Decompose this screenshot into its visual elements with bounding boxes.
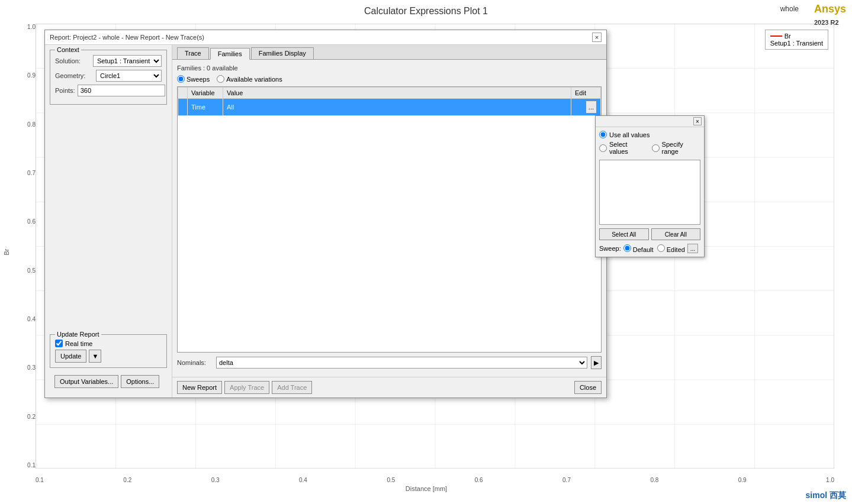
left-spacer xyxy=(50,109,167,334)
row-check-cell xyxy=(178,99,188,116)
popup-default-item[interactable]: Default xyxy=(623,244,654,253)
families-table: Variable Value Edit Time All xyxy=(178,87,601,116)
dialog-close-button[interactable]: × xyxy=(592,33,602,42)
popup-specify-range-radio[interactable] xyxy=(652,144,660,152)
update-button[interactable]: Update xyxy=(55,350,86,363)
families-table-body: Time All ... xyxy=(178,99,601,116)
popup-edited-radio[interactable] xyxy=(657,244,665,252)
table-header-row: Variable Value Edit xyxy=(178,88,601,99)
popup-default-radio[interactable] xyxy=(623,244,631,252)
families-table-container: Variable Value Edit Time All xyxy=(177,86,602,353)
popup-specify-range-item[interactable]: Specify range xyxy=(652,141,700,155)
col-header-variable: Variable xyxy=(188,88,223,99)
popup-btn-row: Select All Clear All xyxy=(599,228,700,240)
dialog-title: Report: Project2 - whole - New Report - … xyxy=(50,34,204,41)
new-report-button[interactable]: New Report xyxy=(177,381,222,394)
update-report-group: Update Report Real time Update ▼ xyxy=(50,334,167,368)
available-variations-radio-item[interactable]: Available variations xyxy=(217,75,282,83)
popup-sweep-label: Sweep: xyxy=(599,245,621,252)
popup-use-all-row: Use all values xyxy=(599,131,700,138)
popup-select-values-radio[interactable] xyxy=(599,144,607,152)
geometry-row: Geometry: Circle1 xyxy=(55,70,162,82)
popup-select-values-item[interactable]: Select values xyxy=(599,141,647,155)
popup-select-values-label: Select values xyxy=(609,141,647,155)
action-buttons-row: New Report Apply Trace Add Trace Close xyxy=(172,377,606,398)
output-variables-button[interactable]: Output Variables... xyxy=(54,375,118,388)
chart-legend: Br Setup1 : Transient xyxy=(765,30,828,50)
sweeps-radio[interactable] xyxy=(177,75,185,83)
y-axis-label: Br xyxy=(3,249,10,256)
col-header-edit: Edit xyxy=(571,88,601,99)
row-edit-cell: ... xyxy=(571,99,601,116)
solution-label: Solution: xyxy=(55,57,91,64)
nominals-row: Nominals: delta ▶ xyxy=(177,356,602,369)
close-button[interactable]: Close xyxy=(574,381,602,394)
geometry-label: Geometry: xyxy=(55,72,94,79)
popup-sweep-options: Default Edited xyxy=(623,244,685,253)
add-trace-button[interactable]: Add Trace xyxy=(272,381,312,394)
points-label: Points: xyxy=(55,87,75,94)
popup-default-label: Default xyxy=(633,246,654,253)
realtime-label: Real time xyxy=(65,340,92,347)
legend-red-line xyxy=(770,35,782,37)
popup-edited-item[interactable]: Edited xyxy=(657,244,685,253)
sweep-radio-row: Sweeps Available variations xyxy=(177,75,602,83)
popup-dots-button[interactable]: ... xyxy=(687,244,698,253)
x-axis-ticks: 0.1 0.2 0.3 0.4 0.5 0.6 0.7 0.8 0.9 1.0 xyxy=(36,477,834,483)
popup-values-list[interactable] xyxy=(599,160,700,225)
popup-body: Use all values Select values Specify ran… xyxy=(596,127,704,257)
table-row[interactable]: Time All ... xyxy=(178,99,601,116)
right-panel: Trace Families Families Display Families… xyxy=(172,45,606,398)
context-group-label: Context xyxy=(55,46,81,53)
legend-entry: Br xyxy=(770,33,823,40)
row-edit-button[interactable]: ... xyxy=(586,101,597,114)
points-input[interactable] xyxy=(78,85,165,96)
popup-select-all-button[interactable]: Select All xyxy=(599,228,649,240)
col-header-check xyxy=(178,88,188,99)
row-value-cell: All xyxy=(223,99,571,116)
points-row: Points: xyxy=(55,85,162,96)
main-dialog: Report: Project2 - whole - New Report - … xyxy=(44,30,607,398)
geometry-select[interactable]: Circle1 xyxy=(96,70,162,82)
tab-families[interactable]: Families xyxy=(210,48,250,60)
available-variations-radio[interactable] xyxy=(217,75,224,83)
popup-close-button[interactable]: × xyxy=(693,117,702,125)
popup-use-all-label: Use all values xyxy=(609,131,650,138)
update-report-label: Update Report xyxy=(55,331,101,338)
popup-use-all-radio[interactable] xyxy=(599,131,607,138)
left-panel: Context Solution: Setup1 : Transient Geo… xyxy=(45,45,172,398)
left-bottom-buttons: Output Variables... Options... xyxy=(50,373,167,393)
options-button[interactable]: Options... xyxy=(121,375,159,388)
dialog-body: Context Solution: Setup1 : Transient Geo… xyxy=(45,45,606,398)
whole-label: whole xyxy=(780,5,799,13)
solution-row: Solution: Setup1 : Transient xyxy=(55,55,162,67)
sweeps-radio-label: Sweeps xyxy=(187,76,210,83)
families-tab-content: Families : 0 available Sweeps Available … xyxy=(172,60,606,377)
update-btn-row: Update ▼ xyxy=(55,350,162,363)
nominals-arrow-button[interactable]: ▶ xyxy=(591,356,602,369)
popup-edited-label: Edited xyxy=(667,246,685,253)
legend-label: Br xyxy=(785,33,791,40)
row-variable-cell: Time xyxy=(188,99,223,116)
tab-families-display[interactable]: Families Display xyxy=(251,47,314,59)
tab-trace[interactable]: Trace xyxy=(177,47,209,59)
popup-select-specify-row: Select values Specify range xyxy=(599,141,700,157)
dialog-titlebar: Report: Project2 - whole - New Report - … xyxy=(45,30,606,45)
realtime-row: Real time xyxy=(55,340,162,347)
realtime-checkbox[interactable] xyxy=(55,340,63,347)
legend-subtitle: Setup1 : Transient xyxy=(770,40,823,47)
apply-trace-button[interactable]: Apply Trace xyxy=(224,381,269,394)
nominals-select[interactable]: delta xyxy=(216,357,587,369)
popup-clear-all-button[interactable]: Clear All xyxy=(651,228,701,240)
popup-sweep-row: Sweep: Default Edited ... xyxy=(599,244,700,253)
available-variations-radio-label: Available variations xyxy=(226,76,282,83)
update-arrow-button[interactable]: ▼ xyxy=(89,350,101,363)
action-right-buttons: Close xyxy=(574,381,602,394)
sweeps-radio-item[interactable]: Sweeps xyxy=(177,75,210,83)
families-header: Families : 0 available xyxy=(177,64,602,72)
x-axis-label: Distance [mm] xyxy=(406,485,447,492)
solution-select[interactable]: Setup1 : Transient xyxy=(93,55,162,67)
nominals-label: Nominals: xyxy=(177,359,213,366)
action-left-buttons: New Report Apply Trace Add Trace xyxy=(177,381,312,394)
col-header-value: Value xyxy=(223,88,571,99)
